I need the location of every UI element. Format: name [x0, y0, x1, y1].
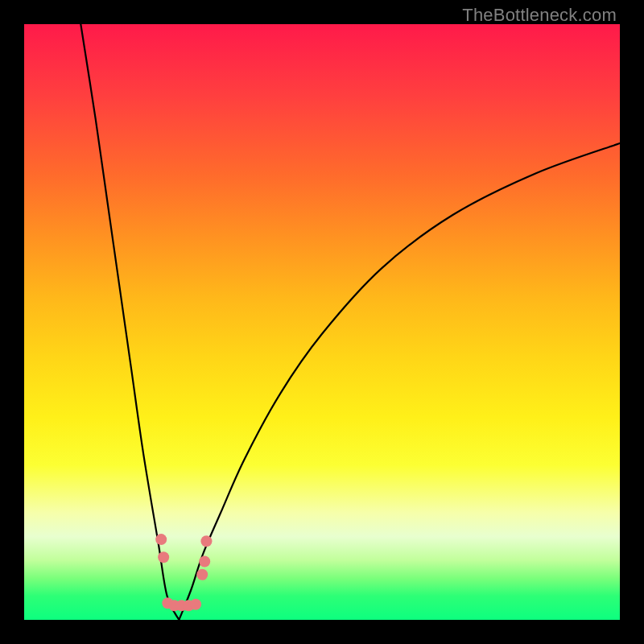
- dots-group: [155, 534, 212, 611]
- dot-h: [196, 569, 208, 580]
- left-curve: [80, 24, 179, 620]
- dot-a: [155, 534, 167, 545]
- watermark-text: TheBottleneck.com: [462, 5, 617, 26]
- dot-b: [158, 551, 169, 563]
- dot-g: [190, 599, 201, 610]
- dot-j: [200, 535, 212, 547]
- curves-layer: [24, 24, 620, 620]
- gradient-plot-area: [24, 24, 620, 620]
- dot-i: [199, 555, 210, 567]
- right-curve: [179, 143, 620, 620]
- image-frame: TheBottleneck.com: [0, 0, 644, 644]
